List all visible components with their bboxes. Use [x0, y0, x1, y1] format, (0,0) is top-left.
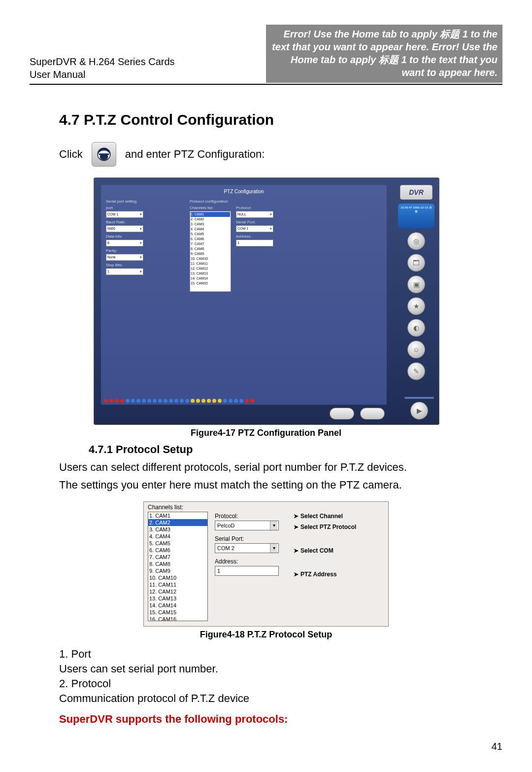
label-channels-2: Channels list: [148, 504, 384, 511]
dialog-buttons [330, 408, 385, 420]
list-item[interactable]: 11. CAM11 [191, 261, 230, 266]
annot-select-com: ➤Select COM [294, 547, 333, 554]
label-data: Data bits: [106, 234, 185, 239]
sidebar-btn-5[interactable]: ◐ [407, 319, 425, 337]
sidebar-btn-6[interactable]: ☺ [407, 341, 425, 358]
label-protocol-1: Protocol: [236, 206, 290, 210]
paragraph-2: The settings you enter here must match t… [59, 478, 473, 492]
list-item[interactable]: 2. CAM2 [148, 519, 207, 526]
label-serialport-2: Serial Port: [215, 535, 384, 542]
channel-listbox-1[interactable]: 1. CAM1 2. CAM2 3. CAM3 4. CAM4 5. CAM5 … [190, 211, 231, 292]
sidebar-btn-7[interactable]: ✎ [407, 362, 425, 380]
list-item[interactable]: 7. CAM7 [148, 554, 207, 561]
annot-ptz-address: ➤PTZ Address [294, 571, 337, 578]
list-item[interactable]: 15. CAM15 [191, 281, 230, 286]
divider-bar [404, 397, 434, 399]
item-1-title: 1. Port [59, 647, 473, 662]
list-item[interactable]: 8. CAM8 [191, 246, 230, 251]
click-prefix: Click [59, 148, 83, 161]
label-address-2: Address: [215, 558, 384, 565]
list-item[interactable]: 5. CAM5 [148, 540, 207, 547]
label-address-1: Address: [236, 234, 290, 239]
annot-select-protocol: ➤Select PTZ Protocol [294, 524, 356, 530]
sidebar-btn-1[interactable]: ◎ [407, 232, 425, 250]
ptz-config-panel: PTZ Configuration Serial port setting po… [101, 185, 387, 405]
field-protocol-2[interactable]: PelcoD [215, 521, 279, 530]
label-parity: Parity: [106, 248, 185, 253]
list-item[interactable]: 14. CAM14 [191, 276, 230, 281]
group-protocol: Protocol configuration [190, 199, 231, 204]
product-line-2: User Manual [30, 68, 175, 81]
item-2-title: 2. Protocol [59, 676, 473, 691]
product-line-1: SuperDVR & H.264 Series Cards [30, 55, 175, 68]
list-item[interactable]: 2. CAM2 [191, 217, 230, 222]
paragraph-1: Users can select different protocols, se… [59, 460, 473, 475]
dvr-logo: DVR [400, 185, 432, 200]
sidebar-btn-3[interactable]: ▣ [407, 276, 425, 293]
field-parity[interactable]: None [106, 254, 143, 261]
field-stop[interactable]: 1 [106, 268, 143, 275]
annot-select-channel: ➤Select Channel [294, 513, 343, 520]
header-product-info: SuperDVR & H.264 Series Cards User Manua… [30, 55, 175, 81]
list-item[interactable]: 5. CAM5 [191, 232, 230, 237]
channel-indicator-bar [104, 399, 254, 403]
list-item[interactable]: 16. CAM16 [148, 616, 207, 621]
list-item[interactable]: 4. CAM4 [191, 227, 230, 232]
group-serial: Serial port setting [106, 199, 185, 204]
label-port: port: [106, 206, 185, 210]
page-number: 41 [492, 741, 502, 752]
click-suffix: and enter PTZ Configuration: [125, 148, 265, 161]
list-item[interactable]: 3. CAM3 [148, 526, 207, 533]
section-title: 4.7 P.T.Z Control Configuration [59, 111, 502, 128]
sidebar-btn-4[interactable]: ★ [407, 297, 425, 315]
list-item[interactable]: 9. CAM9 [148, 567, 207, 574]
ok-button[interactable] [330, 408, 354, 420]
panel-title: PTZ Configuration [106, 189, 382, 194]
document-header: SuperDVR & H.264 Series Cards User Manua… [30, 0, 502, 85]
field-data[interactable]: 8 [106, 240, 143, 246]
list-item[interactable]: 13. CAM13 [191, 271, 230, 276]
item-1-body: Users can set serial port number. [59, 662, 473, 676]
list-item[interactable]: 15. CAM15 [148, 609, 207, 616]
play-button[interactable]: ▶ [410, 402, 428, 420]
label-serialport-1: Serial Port: [236, 220, 290, 224]
list-item[interactable]: 14. CAM14 [148, 602, 207, 609]
list-item[interactable]: 3. CAM3 [191, 222, 230, 227]
sidebar-btn-2[interactable]: 🗔 [407, 254, 425, 272]
ptz-config-icon [92, 142, 116, 167]
dvr-sidebar: DVR 16:00:47 2006-10-10 录像 ◎ 🗔 ▣ ★ ◐ ☺ ✎ [397, 185, 436, 380]
channel-listbox-2[interactable]: 1. CAM1 2. CAM2 3. CAM3 4. CAM4 5. CAM5 … [148, 512, 208, 621]
list-item[interactable]: 7. CAM7 [191, 242, 230, 246]
field-port[interactable]: COM 1 [106, 211, 143, 218]
subsection-title: 4.7.1 Protocol Setup [89, 443, 502, 456]
click-instruction: Click and enter PTZ Configuration: [59, 142, 502, 167]
list-item[interactable]: 9. CAM9 [191, 251, 230, 256]
list-item[interactable]: 13. CAM13 [148, 595, 207, 602]
field-address-2[interactable]: 1 [215, 566, 279, 576]
list-item[interactable]: 10. CAM10 [148, 574, 207, 581]
header-error-box: Error! Use the Home tab to apply 标题 1 to… [266, 25, 502, 83]
list-item[interactable]: 4. CAM4 [148, 533, 207, 540]
field-baud[interactable]: 9600 [106, 225, 143, 232]
field-protocol-1[interactable]: NULL [236, 211, 273, 218]
list-item[interactable]: 12. CAM12 [148, 588, 207, 595]
list-item[interactable]: 6. CAM6 [148, 547, 207, 554]
label-channels-1: Channels list: [190, 206, 231, 210]
field-address-1[interactable]: 1 [236, 240, 273, 246]
list-item[interactable]: 8. CAM8 [148, 561, 207, 567]
list-item[interactable]: 11. CAM11 [148, 581, 207, 588]
field-serialport-1[interactable]: COM 1 [236, 225, 273, 232]
label-stop: Stop Bits: [106, 263, 185, 267]
list-item[interactable]: 1. CAM1 [191, 212, 230, 217]
figure1-caption: Figure4-17 PTZ Configuration Panel [94, 428, 438, 438]
list-item[interactable]: 1. CAM1 [148, 512, 207, 519]
ptz-config-screenshot: PTZ Configuration Serial port setting po… [94, 177, 439, 425]
cancel-button[interactable] [360, 408, 385, 420]
list-item[interactable]: 12. CAM12 [191, 266, 230, 271]
status-box: 16:00:47 2006-10-10 录像 [398, 204, 434, 228]
list-item[interactable]: 10. CAM10 [191, 256, 230, 261]
label-baud: Baud Rate: [106, 220, 185, 224]
field-serialport-2[interactable]: COM 2 [215, 543, 279, 553]
list-item[interactable]: 6. CAM6 [191, 237, 230, 242]
figure2-caption: Figure4-18 P.T.Z Protocol Setup [30, 630, 502, 640]
